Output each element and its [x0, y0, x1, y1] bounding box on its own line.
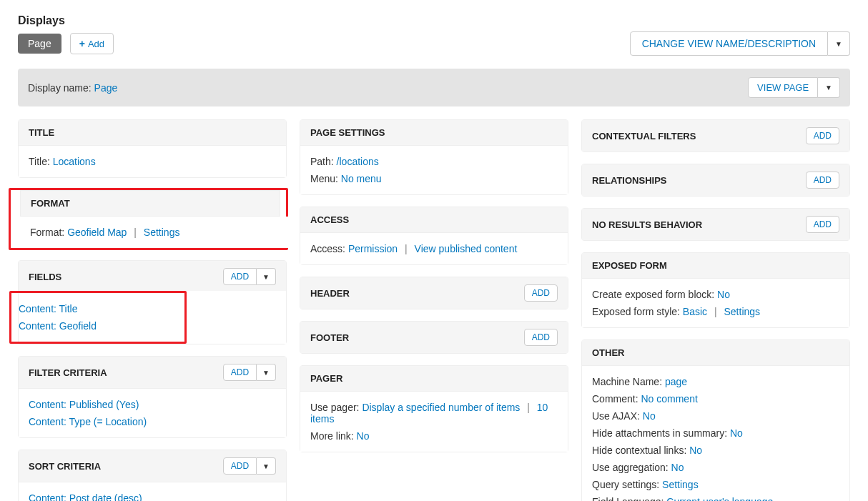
tab-page[interactable]: Page	[18, 34, 61, 54]
hide-attach-label: Hide attachments in summary:	[592, 427, 727, 439]
field-lang-link[interactable]: Current user's language	[666, 496, 773, 501]
footer-add-button[interactable]: ADD	[524, 329, 558, 346]
page-settings-heading: PAGE SETTINGS	[300, 120, 568, 146]
exposed-settings-link[interactable]: Settings	[724, 306, 760, 317]
column-2: PAGE SETTINGS Path: /locations Menu: No …	[300, 119, 568, 452]
access-heading: ACCESS	[300, 207, 568, 233]
caret-down-icon: ▼	[262, 369, 270, 377]
format-panel: FORMAT Format: Geofield Map | Settings	[20, 190, 340, 248]
footer-panel: FOOTER ADD	[300, 321, 568, 354]
filter-add-dropdown[interactable]: ▼	[257, 364, 276, 381]
displays-tabs: Page + Add	[18, 33, 114, 54]
column-3: CONTEXTUAL FILTERS ADD RELATIONSHIPS ADD…	[581, 119, 850, 501]
sort-header: SORT CRITERIA ADD ▼	[19, 450, 286, 482]
title-heading: TITLE	[19, 120, 286, 146]
use-ajax-link[interactable]: No	[643, 410, 656, 422]
no-results-heading: NO RESULTS BEHAVIOR	[592, 219, 702, 230]
contextual-filters-add-button[interactable]: ADD	[806, 127, 839, 144]
sort-add-button[interactable]: ADD	[223, 457, 257, 475]
displays-row: Page + Add CHANGE VIEW NAME/DESCRIPTION …	[18, 31, 850, 56]
use-ajax-label: Use AJAX:	[592, 410, 640, 422]
fields-add-dropdown[interactable]: ▼	[257, 268, 276, 285]
use-pager-label: Use pager:	[310, 402, 359, 413]
filter-panel: FILTER CRITERIA ADD ▼ Content: Published…	[18, 356, 287, 438]
comment-link[interactable]: No comment	[641, 393, 697, 405]
exposed-create-label: Create exposed form block:	[592, 289, 714, 300]
view-page-dropdown[interactable]: ▼	[818, 77, 840, 98]
hide-ctx-label: Hide contextual links:	[592, 445, 686, 456]
exposed-form-panel: EXPOSED FORM Create exposed form block: …	[581, 252, 850, 328]
change-view-group: CHANGE VIEW NAME/DESCRIPTION ▼	[630, 31, 850, 56]
menu-link[interactable]: No menu	[341, 173, 382, 184]
access-detail-link[interactable]: View published content	[415, 243, 518, 254]
hide-ctx-link[interactable]: No	[689, 445, 702, 456]
exposed-create-link[interactable]: No	[717, 289, 730, 300]
comment-label: Comment:	[592, 393, 638, 405]
format-heading: FORMAT	[20, 190, 280, 217]
other-panel: OTHER Machine Name: page Comment: No com…	[581, 339, 850, 501]
relationships-panel: RELATIONSHIPS ADD	[581, 164, 850, 197]
access-link[interactable]: Permission	[348, 243, 398, 254]
display-name-value[interactable]: Page	[94, 82, 118, 94]
pipe: |	[134, 227, 137, 238]
page-settings-panel: PAGE SETTINGS Path: /locations Menu: No …	[300, 119, 568, 195]
change-view-button[interactable]: CHANGE VIEW NAME/DESCRIPTION	[630, 31, 828, 56]
field-item[interactable]: Content: Title	[19, 303, 78, 314]
view-page-button[interactable]: VIEW PAGE	[748, 77, 818, 98]
no-results-add-button[interactable]: ADD	[806, 216, 839, 233]
filter-header: FILTER CRITERIA ADD ▼	[19, 357, 286, 389]
path-link[interactable]: /locations	[337, 156, 379, 167]
pager-heading: PAGER	[300, 366, 568, 392]
display-name-label: Display name:	[28, 82, 92, 94]
caret-down-icon: ▼	[835, 40, 842, 48]
format-settings-link[interactable]: Settings	[144, 227, 180, 238]
format-link[interactable]: Geofield Map	[67, 227, 127, 238]
caret-down-icon: ▼	[262, 273, 270, 281]
exposed-style-link[interactable]: Basic	[683, 306, 707, 317]
header-panel: HEADER ADD	[300, 277, 568, 309]
filter-item[interactable]: Content: Type (= Location)	[29, 416, 147, 427]
relationships-add-button[interactable]: ADD	[806, 172, 839, 189]
relationships-heading: RELATIONSHIPS	[592, 175, 667, 186]
fields-add-button[interactable]: ADD	[223, 268, 257, 285]
query-link[interactable]: Settings	[662, 479, 699, 490]
use-agg-label: Use aggregation:	[592, 462, 669, 473]
field-item[interactable]: Content: Geofield	[19, 320, 97, 332]
change-view-dropdown[interactable]: ▼	[828, 31, 850, 56]
sort-heading: SORT CRITERIA	[29, 461, 101, 472]
path-label: Path:	[310, 156, 334, 167]
sort-item[interactable]: Content: Post date (desc)	[29, 492, 142, 501]
more-link-label: More link:	[310, 430, 354, 442]
sort-add-dropdown[interactable]: ▼	[257, 457, 276, 475]
more-link-value[interactable]: No	[357, 430, 370, 442]
displays-heading: Displays	[18, 14, 850, 27]
use-agg-link[interactable]: No	[671, 462, 684, 473]
fields-header: FIELDS ADD ▼	[19, 261, 286, 293]
column-1: TITLE Title: Locations FORMAT Format: Ge…	[18, 119, 287, 501]
display-name-left: Display name: Page	[28, 82, 117, 94]
field-lang-label: Field Language:	[592, 496, 664, 501]
display-name-bar: Display name: Page VIEW PAGE ▼	[18, 69, 850, 106]
hide-attach-link[interactable]: No	[730, 427, 743, 439]
plus-icon: +	[79, 38, 85, 49]
add-display-button[interactable]: + Add	[70, 33, 114, 54]
machine-name-label: Machine Name:	[592, 376, 662, 387]
format-highlight: FORMAT Format: Geofield Map | Settings	[9, 188, 288, 250]
use-pager-link[interactable]: Display a specified number of items	[362, 402, 520, 413]
machine-name-link[interactable]: page	[665, 376, 687, 387]
filter-heading: FILTER CRITERIA	[29, 367, 107, 378]
add-display-label: Add	[88, 39, 104, 49]
fields-panel: FIELDS ADD ▼ Content: Title Content: Geo…	[18, 260, 287, 344]
filter-item[interactable]: Content: Published (Yes)	[29, 399, 139, 410]
fields-highlight: Content: Title Content: Geofield	[9, 291, 187, 344]
fields-heading: FIELDS	[29, 272, 61, 282]
menu-label: Menu:	[310, 173, 338, 184]
filter-add-button[interactable]: ADD	[223, 364, 257, 381]
columns-container: TITLE Title: Locations FORMAT Format: Ge…	[18, 119, 850, 501]
format-label: Format:	[30, 227, 64, 238]
header-add-button[interactable]: ADD	[524, 284, 558, 302]
title-link[interactable]: Locations	[53, 156, 96, 167]
contextual-filters-heading: CONTEXTUAL FILTERS	[592, 131, 696, 142]
sort-panel: SORT CRITERIA ADD ▼ Content: Post date (…	[18, 450, 287, 501]
title-panel: TITLE Title: Locations	[18, 119, 287, 178]
